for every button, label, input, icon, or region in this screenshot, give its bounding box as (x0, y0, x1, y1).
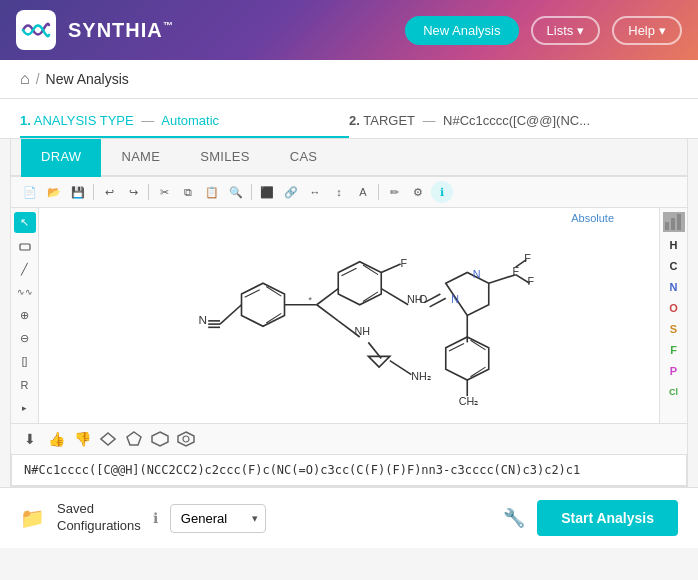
undo-icon[interactable]: ↩ (98, 181, 120, 203)
absolute-label: Absolute (571, 212, 614, 224)
svg-point-54 (183, 436, 189, 442)
open-file-icon[interactable]: 📂 (43, 181, 65, 203)
config-select-wrapper[interactable]: General Custom 1 Custom 2 ▾ (170, 504, 266, 533)
breadcrumb-separator: / (36, 71, 40, 87)
svg-text:N: N (199, 313, 208, 327)
new-analysis-button[interactable]: New Analysis (405, 16, 518, 45)
tab-draw[interactable]: DRAW (21, 139, 101, 177)
folder-icon[interactable]: 📁 (20, 506, 45, 530)
diamond-shape-icon[interactable] (97, 428, 119, 450)
toolbar-sep-1 (93, 184, 94, 200)
thumbs-up-icon[interactable]: 👍 (45, 428, 67, 450)
zigzag-tool[interactable]: ∿∿ (14, 282, 36, 303)
svg-line-46 (220, 305, 242, 324)
bracket-tool[interactable]: [] (14, 351, 36, 372)
step-2[interactable]: 2. TARGET — N#Cc1cccc([C@@](NC... (349, 99, 678, 138)
help-button[interactable]: Help ▾ (612, 16, 682, 45)
element-P[interactable]: P (663, 361, 685, 381)
arrow-down-icon[interactable]: ⬇ (19, 428, 41, 450)
svg-marker-16 (368, 356, 390, 367)
step-1[interactable]: 1. ANALYSIS TYPE — Automatic (20, 99, 349, 138)
logo (16, 10, 56, 50)
benzene-shape-icon[interactable] (175, 428, 197, 450)
text-icon[interactable]: A (352, 181, 374, 203)
draw-bottom-toolbar: ⬇ 👍 👎 (11, 423, 687, 455)
drawing-toolbar: 📄 📂 💾 ↩ ↪ ✂ ⧉ 📋 🔍 ⬛ 🔗 ↔ ↕ A ✏ ⚙ ℹ (11, 177, 687, 208)
steps-bar: 1. ANALYSIS TYPE — Automatic 2. TARGET —… (0, 99, 698, 139)
svg-text:F: F (524, 252, 531, 264)
draw-pen-icon[interactable]: ✏ (383, 181, 405, 203)
home-icon[interactable]: ⌂ (20, 70, 30, 88)
svg-text:F: F (527, 275, 534, 287)
saved-config-info-icon[interactable]: ℹ (153, 510, 158, 526)
help-chevron-icon: ▾ (659, 23, 666, 38)
svg-text:*: * (308, 294, 312, 305)
thumbs-down-icon[interactable]: 👎 (71, 428, 93, 450)
app-header: SYNTHIA™ New Analysis Lists ▾ Help ▾ (0, 0, 698, 60)
align-h-icon[interactable]: ↔ (304, 181, 326, 203)
svg-marker-5 (242, 283, 285, 326)
step1-value: Automatic (161, 113, 219, 128)
molecule-canvas[interactable]: Absolute N * N (39, 208, 659, 423)
element-F[interactable]: F (663, 340, 685, 360)
element-O[interactable]: O (663, 298, 685, 318)
step2-label: TARGET (363, 113, 415, 128)
breadcrumb-current: New Analysis (46, 71, 129, 87)
paste-icon[interactable]: 📋 (201, 181, 223, 203)
svg-text:N: N (473, 268, 481, 280)
zoom-in-tool[interactable]: ⊕ (14, 305, 36, 326)
svg-line-17 (390, 361, 412, 375)
new-file-icon[interactable]: 📄 (19, 181, 41, 203)
select-rect-icon[interactable]: ⬛ (256, 181, 278, 203)
tab-cas[interactable]: CAS (270, 139, 338, 177)
hexagon-shape-icon[interactable] (149, 428, 171, 450)
redo-icon[interactable]: ↪ (122, 181, 144, 203)
chain-icon[interactable]: 🔗 (280, 181, 302, 203)
element-palette: H C N O S F P Cl (659, 208, 687, 423)
svg-line-23 (381, 264, 400, 273)
step1-dash: — (141, 113, 154, 128)
svg-marker-52 (152, 432, 168, 446)
breadcrumb: ⌂ / New Analysis (0, 60, 698, 99)
start-analysis-button[interactable]: Start Analysis (537, 500, 678, 536)
svg-line-25 (381, 289, 408, 305)
toolbar-sep-2 (148, 184, 149, 200)
element-Cl[interactable]: Cl (663, 382, 685, 402)
align-v-icon[interactable]: ↕ (328, 181, 350, 203)
element-C[interactable]: C (663, 256, 685, 276)
line-tool[interactable]: ╱ (14, 258, 36, 279)
cursor-tool[interactable]: ↖ (14, 212, 36, 233)
copy-icon[interactable]: ⧉ (177, 181, 199, 203)
svg-rect-49 (677, 214, 681, 230)
zoom-icon[interactable]: 🔍 (225, 181, 247, 203)
element-H[interactable]: H (663, 235, 685, 255)
pentagon-shape-icon[interactable] (123, 428, 145, 450)
element-S[interactable]: S (663, 319, 685, 339)
info-toolbar-icon[interactable]: ℹ (431, 181, 453, 203)
cut-icon[interactable]: ✂ (153, 181, 175, 203)
svg-text:NH: NH (354, 325, 370, 337)
svg-rect-47 (665, 222, 669, 230)
zoom-out-tool[interactable]: ⊖ (14, 328, 36, 349)
svg-text:CH₂: CH₂ (459, 395, 479, 407)
advanced-tools-icon[interactable]: 🔧 (503, 507, 525, 529)
svg-text:O: O (419, 293, 427, 305)
config-select[interactable]: General Custom 1 Custom 2 (170, 504, 266, 533)
expand-tool[interactable]: ▸ (14, 398, 36, 419)
draw-tabs: DRAW NAME SMILES CAS (11, 139, 687, 177)
element-N[interactable]: N (663, 277, 685, 297)
saved-config-label: Saved Configurations (57, 501, 141, 535)
save-file-icon[interactable]: 💾 (67, 181, 89, 203)
tab-name[interactable]: NAME (101, 139, 180, 177)
step2-value: N#Cc1cccc([C@@](NC... (443, 113, 590, 128)
r-group-tool[interactable]: R (14, 375, 36, 396)
svg-marker-51 (127, 432, 141, 445)
lists-button[interactable]: Lists ▾ (531, 16, 601, 45)
settings-icon[interactable]: ⚙ (407, 181, 429, 203)
svg-marker-19 (338, 262, 381, 305)
svg-line-11 (317, 305, 339, 321)
element-chart-icon[interactable] (663, 212, 685, 232)
svg-line-29 (430, 298, 446, 307)
eraser-tool[interactable] (14, 235, 36, 256)
tab-smiles[interactable]: SMILES (180, 139, 269, 177)
